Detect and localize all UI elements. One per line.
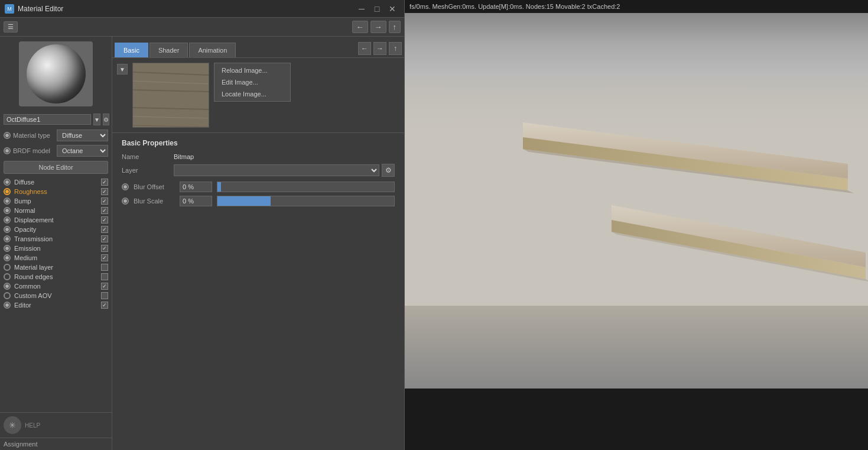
material-type-radio[interactable] [4, 132, 11, 139]
channel-item-medium[interactable]: Medium ✓ [0, 253, 112, 263]
tab-back-button[interactable]: ← [358, 42, 371, 55]
layer-dropdown[interactable] [174, 164, 379, 176]
round-edges-label: Round edges [14, 273, 97, 280]
material-type-row: Material type Diffuse [0, 128, 112, 143]
layer-settings-btn[interactable]: ⚙ [382, 164, 395, 177]
channel-item-emission[interactable]: Emission ✓ [0, 244, 112, 253]
transmission-checkbox[interactable]: ✓ [101, 235, 108, 242]
opacity-label: Opacity [14, 226, 97, 233]
maximize-button[interactable]: □ [370, 3, 384, 15]
channel-item-roughness[interactable]: Roughness ✓ [0, 187, 112, 196]
custom-aov-radio [4, 292, 11, 299]
layer-label: Layer [122, 167, 169, 174]
close-button[interactable]: ✕ [385, 3, 399, 15]
properties-section: Basic Properties Name Bitmap Layer ⚙ [112, 133, 404, 450]
title-bar: M Material Editor ─ □ ✕ [0, 0, 404, 18]
material-layer-radio [4, 264, 11, 271]
viewport-render [405, 13, 868, 450]
bump-checkbox[interactable]: ✓ [101, 198, 108, 205]
app-icon: M [5, 4, 14, 14]
vp-top [405, 13, 868, 75]
brdf-model-row: BRDF model Octane [0, 143, 112, 158]
normal-label: Normal [14, 207, 97, 214]
node-editor-button[interactable]: Node Editor [4, 161, 108, 174]
channel-item-editor[interactable]: Editor ✓ [0, 300, 112, 310]
channel-item-custom-aov[interactable]: Custom AOV [0, 291, 112, 300]
blur-offset-radio[interactable] [122, 183, 129, 190]
medium-checkbox[interactable]: ✓ [101, 254, 108, 261]
tab-forward-button[interactable]: → [373, 42, 386, 55]
opacity-checkbox[interactable]: ✓ [101, 226, 108, 233]
forward-button[interactable]: → [370, 21, 386, 33]
blur-offset-input[interactable]: 0 % [180, 182, 212, 192]
blur-scale-slider[interactable] [217, 196, 395, 206]
up-button[interactable]: ↑ [389, 21, 401, 33]
name-value: Bitmap [174, 153, 194, 160]
tabs-row: Basic Shader Animation ← → ↑ [112, 37, 404, 58]
context-menu: Reload Image... Edit Image... Locate Ima… [214, 63, 291, 102]
hamburger-menu-button[interactable]: ☰ [4, 21, 18, 33]
roughness-radio [4, 188, 11, 195]
material-dropdown-btn[interactable]: ▼ [93, 114, 100, 125]
material-settings-btn[interactable]: ⚙ [103, 114, 109, 125]
tab-nav: ← → ↑ [358, 42, 402, 57]
window-controls: ─ □ ✕ [355, 3, 399, 15]
custom-aov-checkbox[interactable] [101, 292, 108, 299]
blur-scale-radio[interactable] [122, 198, 129, 205]
status-bar-text: fs/0ms. MeshGen:0ms. Update[M]:0ms. Node… [409, 3, 620, 10]
svg-rect-9 [405, 75, 868, 146]
blur-scale-label: Blur Scale [134, 198, 175, 205]
help-label: HELP [25, 422, 40, 429]
minimize-button[interactable]: ─ [355, 3, 369, 15]
channel-item-transmission[interactable]: Transmission ✓ [0, 234, 112, 244]
normal-checkbox[interactable]: ✓ [101, 207, 108, 214]
help-icon[interactable]: ✳ [4, 416, 21, 434]
roughness-label: Roughness [14, 188, 97, 195]
displacement-checkbox[interactable]: ✓ [101, 216, 108, 224]
bump-radio [4, 198, 11, 205]
tab-up-button[interactable]: ↑ [389, 42, 402, 55]
common-checkbox[interactable]: ✓ [101, 283, 108, 290]
round-edges-radio [4, 273, 11, 280]
image-dropdown-button[interactable]: ▼ [117, 64, 128, 75]
blur-offset-slider[interactable] [217, 182, 395, 192]
vp-bottom [405, 306, 868, 389]
channel-item-opacity[interactable]: Opacity ✓ [0, 225, 112, 234]
editor-checkbox[interactable]: ✓ [101, 302, 108, 309]
channel-item-common[interactable]: Common ✓ [0, 281, 112, 291]
brdf-model-radio[interactable] [4, 147, 11, 154]
editor-main-content: OctDiffuse1 ▼ ⚙ Material type Diffuse [0, 37, 404, 450]
emission-checkbox[interactable]: ✓ [101, 245, 108, 252]
name-label: Name [122, 153, 169, 160]
opacity-radio [4, 226, 11, 233]
channel-item-diffuse[interactable]: Diffuse ✓ [0, 177, 112, 187]
tab-animation[interactable]: Animation [189, 43, 236, 57]
tab-basic[interactable]: Basic [115, 43, 148, 57]
back-button[interactable]: ← [352, 21, 368, 33]
viewport [405, 13, 868, 450]
material-layer-checkbox[interactable] [101, 264, 108, 271]
editor-nav-bar: ☰ ← → ↑ [0, 18, 404, 37]
locate-image-menu-item[interactable]: Locate Image... [214, 88, 290, 100]
help-logo: ✳ HELP [4, 416, 108, 434]
brdf-model-dropdown[interactable]: Octane [57, 145, 108, 157]
title-bar-left: M Material Editor [5, 4, 63, 14]
material-name-input[interactable]: OctDiffuse1 [4, 114, 91, 125]
channel-item-material-layer[interactable]: Material layer [0, 263, 112, 272]
material-type-dropdown[interactable]: Diffuse [57, 130, 108, 141]
tab-shader[interactable]: Shader [149, 43, 188, 57]
edit-image-menu-item[interactable]: Edit Image... [214, 76, 290, 88]
diffuse-checkbox[interactable]: ✓ [101, 179, 108, 186]
plank-illustration [405, 75, 868, 306]
round-edges-checkbox[interactable] [101, 273, 108, 280]
channel-item-round-edges[interactable]: Round edges [0, 272, 112, 281]
assignment-label: Assignment [0, 438, 112, 450]
common-label: Common [14, 283, 97, 290]
channel-item-normal[interactable]: Normal ✓ [0, 206, 112, 215]
channel-item-bump[interactable]: Bump ✓ [0, 196, 112, 206]
bump-label: Bump [14, 198, 97, 205]
reload-image-menu-item[interactable]: Reload Image... [214, 64, 290, 76]
roughness-checkbox[interactable]: ✓ [101, 188, 108, 195]
blur-scale-input[interactable]: 0 % [180, 196, 212, 206]
channel-item-displacement[interactable]: Displacement ✓ [0, 215, 112, 225]
